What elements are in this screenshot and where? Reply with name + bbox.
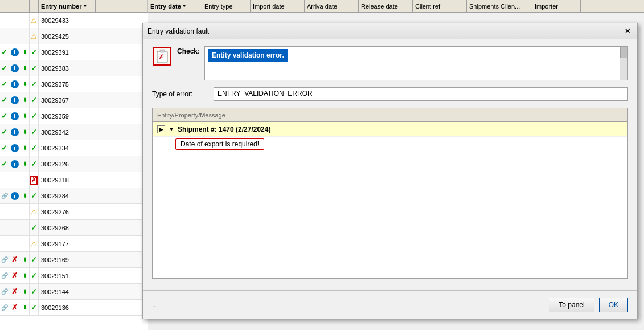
cell-icon2: i	[9, 108, 20, 124]
check-green-icon	[1, 96, 7, 104]
cell-number: 30029433	[39, 13, 84, 28]
col-import-date[interactable]: Import date	[251, 0, 305, 12]
download-icon	[22, 256, 28, 264]
to-panel-button[interactable]: To panel	[549, 298, 594, 312]
ellipsis-label: ...	[152, 301, 158, 309]
ok-button[interactable]: OK	[599, 298, 628, 312]
col-importer[interactable]: Importer	[532, 0, 581, 12]
cell-icon3	[20, 108, 30, 124]
cell-icon2	[9, 220, 20, 235]
cell-icon1	[0, 44, 9, 60]
table-row[interactable]: 30029268	[0, 220, 148, 236]
table-row[interactable]: 30029433	[0, 13, 148, 28]
cell-number: 30029144	[39, 284, 84, 299]
col-shipments-client[interactable]: Shipments Clien...	[467, 0, 532, 12]
col-header-entry-number[interactable]: Entry number ▼	[39, 0, 96, 12]
cell-icon2: i	[9, 60, 20, 76]
cell-icon4	[30, 140, 39, 156]
warning-icon	[31, 32, 37, 40]
modal-title: Entry validation fault	[147, 27, 209, 35]
tree-expand-button[interactable]: ▶	[157, 125, 165, 133]
validation-error-text: Entity validation error.	[208, 49, 288, 62]
cell-icon1	[0, 13, 9, 28]
download-icon	[22, 112, 28, 120]
table-row[interactable]: i 30029391	[0, 44, 148, 60]
table-row[interactable]: 30029276	[0, 204, 148, 220]
table-row[interactable]: i 30029383	[0, 60, 148, 76]
cell-icon1	[0, 252, 9, 267]
cell-icon4	[30, 124, 39, 140]
cell-icon3	[20, 300, 30, 315]
cell-icon4	[30, 44, 39, 60]
textarea-scrollbar[interactable]	[620, 47, 627, 80]
cell-icon2: i	[9, 156, 20, 172]
check-green-icon	[31, 304, 37, 312]
table-row[interactable]: 30029177	[0, 236, 148, 252]
modal-close-button[interactable]: ✕	[622, 26, 633, 36]
table-row[interactable]: 30029136	[0, 300, 148, 316]
table-row[interactable]: i 30029334	[0, 140, 148, 156]
cell-icon1	[0, 124, 9, 140]
cell-icon2: i	[9, 92, 20, 108]
cell-number: 30029342	[39, 124, 84, 140]
error-type-label: Type of error:	[152, 90, 209, 98]
table-row[interactable]: 30029151	[0, 268, 148, 284]
cell-icon1	[0, 28, 9, 44]
table-row[interactable]: 30029144	[0, 284, 148, 300]
check-label: Check:	[177, 47, 200, 55]
col-client-ref[interactable]: Client ref	[413, 0, 467, 12]
cell-icon1	[0, 188, 9, 203]
cell-icon2	[9, 172, 20, 188]
cell-icon2	[9, 13, 20, 28]
table-row[interactable]: i 30029326	[0, 156, 148, 172]
col-entry-type[interactable]: Entry type	[202, 0, 251, 12]
cell-icon3	[20, 252, 30, 267]
table-row[interactable]: i 30029284	[0, 188, 148, 204]
check-green-icon2	[31, 80, 37, 88]
table-row[interactable]: 30029169	[0, 252, 148, 268]
cell-icon4	[30, 60, 39, 76]
cell-icon1	[0, 172, 9, 188]
cell-icon3	[20, 204, 30, 219]
table-row[interactable]: i 30029359	[0, 108, 148, 124]
cell-icon4	[30, 92, 39, 108]
sort-arrow-date-icon: ▼	[182, 3, 187, 9]
validation-icon: ✗	[153, 47, 171, 66]
table-row[interactable]: 30029425	[0, 28, 148, 44]
x-red-icon	[11, 272, 19, 280]
table-header: Entry number ▼	[0, 0, 148, 13]
modal-titlebar: Entry validation fault ✕	[143, 23, 637, 39]
col-arriva-date[interactable]: Arriva date	[305, 0, 359, 12]
check-textarea[interactable]: Entity validation error.	[204, 46, 628, 80]
info-icon: i	[11, 192, 19, 200]
cell-icon4	[30, 188, 39, 203]
link-icon	[1, 272, 8, 280]
cell-number: 30029177	[39, 236, 84, 251]
check-icon-container: ✗	[152, 46, 173, 67]
cell-icon3	[20, 220, 30, 235]
table-row[interactable]: i 30029375	[0, 76, 148, 92]
info-icon: i	[11, 112, 19, 120]
col-entry-date[interactable]: Entry date ▼	[148, 0, 202, 12]
clipboard-icon: ✗	[156, 49, 169, 64]
tree-table-header: Entity/Property/Message	[153, 108, 627, 122]
table-row-error[interactable]: ▶ ✗ 30029318	[0, 172, 148, 188]
tree-shipment-row[interactable]: ▶ ▼ Shipment #: 1470 (2/27/2024)	[153, 122, 627, 137]
cell-icon1	[0, 268, 9, 283]
cell-icon3	[20, 236, 30, 251]
modal-dialog: Entry validation fault ✕ ✗	[142, 23, 638, 319]
cell-icon4	[30, 13, 39, 28]
download-icon	[22, 192, 28, 200]
info-icon: i	[11, 128, 19, 136]
cell-icon1	[0, 92, 9, 108]
table-row[interactable]: i 30029342	[0, 124, 148, 140]
cell-icon1	[0, 236, 9, 251]
col-header-1	[0, 0, 9, 12]
error-message-text: Date of export is required!	[175, 138, 264, 150]
col-release-date[interactable]: Release date	[359, 0, 413, 12]
download-icon	[22, 288, 28, 296]
table-row[interactable]: i 30029367	[0, 92, 148, 108]
cell-icon2	[9, 268, 20, 283]
info-icon: i	[11, 96, 19, 104]
info-icon: i	[11, 48, 19, 56]
